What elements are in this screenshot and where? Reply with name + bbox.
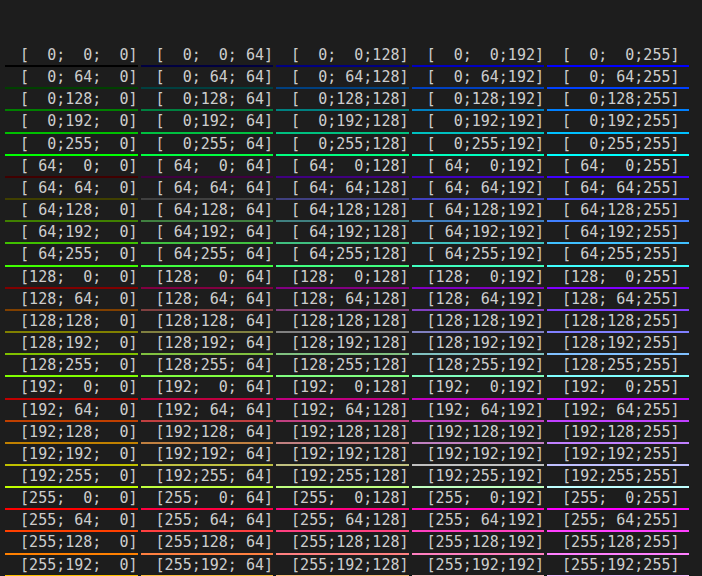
color-cell: [128;192; 0] xyxy=(5,333,138,355)
color-cell: [192;192;192] xyxy=(412,444,545,466)
color-cell: [128;192;192] xyxy=(412,333,545,355)
color-cell: [192; 0;128] xyxy=(276,377,409,399)
color-cell: [192;192;255] xyxy=(547,444,689,466)
color-cell: [255; 0; 0] xyxy=(5,488,138,510)
color-cell: [128; 0;128] xyxy=(276,267,409,289)
color-cell: [128;128; 64] xyxy=(141,311,274,333)
grid-row: [ 64; 0; 0][ 64; 0; 64][ 64; 0;128][ 64;… xyxy=(5,156,702,178)
color-cell: [ 0; 64;192] xyxy=(412,67,545,89)
color-cell: [ 0;128;192] xyxy=(412,89,545,111)
color-cell: [ 0;128; 64] xyxy=(141,89,274,111)
color-cell: [128; 0;192] xyxy=(412,267,545,289)
color-cell: [128; 0;255] xyxy=(547,267,689,289)
color-cell: [192; 0;192] xyxy=(412,377,545,399)
terminal-output: [ 0; 0; 0][ 0; 0; 64][ 0; 0;128][ 0; 0;1… xyxy=(0,0,702,576)
color-cell: [255; 64; 0] xyxy=(5,510,138,532)
color-cell: [255; 0; 64] xyxy=(141,488,274,510)
color-cell: [128; 64;192] xyxy=(412,289,545,311)
color-cell: [ 0;192;128] xyxy=(276,111,409,133)
color-cell: [192;255;255] xyxy=(547,466,689,488)
color-cell: [ 64; 0; 64] xyxy=(141,156,274,178)
color-cell: [ 64;192; 64] xyxy=(141,222,274,244)
color-cell: [192;128;128] xyxy=(276,422,409,444)
color-cell: [ 64; 64;128] xyxy=(276,178,409,200)
color-cell: [192;255;192] xyxy=(412,466,545,488)
color-cell: [ 64; 64;192] xyxy=(412,178,545,200)
color-cell: [255;192; 0] xyxy=(5,555,138,576)
grid-row: [ 64;255; 0][ 64;255; 64][ 64;255;128][ … xyxy=(5,244,702,266)
color-cell: [ 0;255;128] xyxy=(276,134,409,156)
color-cell: [192;255;128] xyxy=(276,466,409,488)
grid-row: [ 0;192; 0][ 0;192; 64][ 0;192;128][ 0;1… xyxy=(5,111,702,133)
color-cell: [ 64; 64; 0] xyxy=(5,178,138,200)
color-cell: [192; 0; 0] xyxy=(5,377,138,399)
color-cell: [ 0; 64;128] xyxy=(276,67,409,89)
color-cell: [128;255;192] xyxy=(412,355,545,377)
grid-row: [255;128; 0][255;128; 64][255;128;128][2… xyxy=(5,532,702,554)
grid-row: [192;128; 0][192;128; 64][192;128;128][1… xyxy=(5,422,702,444)
color-cell: [ 0;192;192] xyxy=(412,111,545,133)
color-cell: [255; 0;128] xyxy=(276,488,409,510)
color-cell: [ 0;255; 0] xyxy=(5,134,138,156)
color-cell: [255;128; 0] xyxy=(5,532,138,554)
color-cell: [255; 64;255] xyxy=(547,510,689,532)
grid-row: [192; 64; 0][192; 64; 64][192; 64;128][1… xyxy=(5,400,702,422)
color-cell: [192; 0;255] xyxy=(547,377,689,399)
color-cell: [ 0; 64; 0] xyxy=(5,67,138,89)
color-cell: [ 64;192; 0] xyxy=(5,222,138,244)
grid-row: [ 64; 64; 0][ 64; 64; 64][ 64; 64;128][ … xyxy=(5,178,702,200)
color-cell: [128;192; 64] xyxy=(141,333,274,355)
color-grid: [ 0; 0; 0][ 0; 0; 64][ 0; 0;128][ 0; 0;1… xyxy=(5,45,702,576)
color-cell: [ 64;128; 0] xyxy=(5,200,138,222)
grid-row: [255; 0; 0][255; 0; 64][255; 0;128][255;… xyxy=(5,488,702,510)
color-cell: [192;128;255] xyxy=(547,422,689,444)
color-cell: [ 0;192;255] xyxy=(547,111,689,133)
color-cell: [192; 64; 64] xyxy=(141,400,274,422)
color-cell: [128; 0; 64] xyxy=(141,267,274,289)
color-cell: [ 0;128;128] xyxy=(276,89,409,111)
color-cell: [255;128;255] xyxy=(547,532,689,554)
color-cell: [ 64;192;255] xyxy=(547,222,689,244)
grid-row: [ 0; 64; 0][ 0; 64; 64][ 0; 64;128][ 0; … xyxy=(5,67,702,89)
color-cell: [255; 64;128] xyxy=(276,510,409,532)
color-cell: [128; 64;128] xyxy=(276,289,409,311)
color-cell: [255; 0;255] xyxy=(547,488,689,510)
color-cell: [ 0;255;255] xyxy=(547,134,689,156)
color-cell: [255;192;192] xyxy=(412,555,545,576)
color-cell: [192;192; 64] xyxy=(141,444,274,466)
color-cell: [128; 64; 0] xyxy=(5,289,138,311)
color-cell: [255;192; 64] xyxy=(141,555,274,576)
color-cell: [255; 64; 64] xyxy=(141,510,274,532)
grid-row: [128;128; 0][128;128; 64][128;128;128][1… xyxy=(5,311,702,333)
grid-row: [128;255; 0][128;255; 64][128;255;128][1… xyxy=(5,355,702,377)
grid-row: [192;192; 0][192;192; 64][192;192;128][1… xyxy=(5,444,702,466)
color-cell: [128;128; 0] xyxy=(5,311,138,333)
color-cell: [192; 0; 64] xyxy=(141,377,274,399)
color-cell: [ 0;255; 64] xyxy=(141,134,274,156)
color-cell: [128;255;128] xyxy=(276,355,409,377)
color-cell: [192;255; 0] xyxy=(5,466,138,488)
grid-row: [128; 64; 0][128; 64; 64][128; 64;128][1… xyxy=(5,289,702,311)
color-cell: [ 64;128;192] xyxy=(412,200,545,222)
color-cell: [ 64;128; 64] xyxy=(141,200,274,222)
color-cell: [ 64; 64; 64] xyxy=(141,178,274,200)
color-cell: [ 64;255; 64] xyxy=(141,244,274,266)
color-cell: [192;255; 64] xyxy=(141,466,274,488)
color-cell: [ 64; 64;255] xyxy=(547,178,689,200)
grid-row: [255; 64; 0][255; 64; 64][255; 64;128][2… xyxy=(5,510,702,532)
color-cell: [ 64;255;255] xyxy=(547,244,689,266)
color-cell: [ 64; 0;128] xyxy=(276,156,409,178)
color-cell: [ 64;192;192] xyxy=(412,222,545,244)
color-cell: [255;192;255] xyxy=(547,555,689,576)
color-cell: [255;128;128] xyxy=(276,532,409,554)
color-cell: [ 0; 64;255] xyxy=(547,67,689,89)
color-cell: [128;128;192] xyxy=(412,311,545,333)
color-cell: [192; 64; 0] xyxy=(5,400,138,422)
color-cell: [128;255; 0] xyxy=(5,355,138,377)
color-cell: [ 0; 0; 64] xyxy=(141,45,274,67)
grid-row: [128; 0; 0][128; 0; 64][128; 0;128][128;… xyxy=(5,267,702,289)
color-cell: [ 64; 0;255] xyxy=(547,156,689,178)
color-cell: [128; 64;255] xyxy=(547,289,689,311)
color-cell: [192; 64;192] xyxy=(412,400,545,422)
grid-row: [ 0;255; 0][ 0;255; 64][ 0;255;128][ 0;2… xyxy=(5,134,702,156)
